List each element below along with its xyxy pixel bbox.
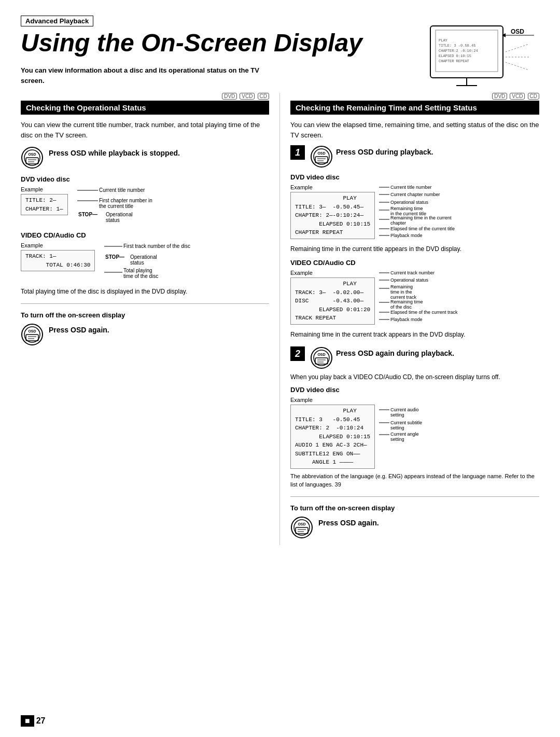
- svg-text:Playback mode: Playback mode: [390, 317, 423, 322]
- left-column: DVD VCD CD Checking the Operational Stat…: [21, 93, 280, 545]
- right-step2-dvd-note: The abbreviation of the language (e.g. E…: [290, 472, 539, 489]
- svg-rect-40: [26, 335, 38, 341]
- right-turn-off-text: Press OSD again.: [318, 516, 379, 529]
- svg-text:Playback mode: Playback mode: [390, 233, 423, 238]
- svg-text:of the disc: of the disc: [390, 304, 412, 310]
- svg-text:status: status: [130, 260, 144, 266]
- svg-text:Current chapter number: Current chapter number: [390, 192, 440, 197]
- left-dvd-display-area: Example TITLE: 2— CHAPTER: 1—: [21, 186, 68, 215]
- right-step2-text: Press OSD again during playback.: [336, 346, 454, 359]
- right-step1-container: 1 OSD Press OSD during playback.: [290, 145, 539, 168]
- svg-rect-98: [296, 527, 308, 534]
- right-column: DVD VCD CD Checking the Remaining Time a…: [280, 93, 539, 545]
- left-vcd-display-area: Example TRACK: 1— TOTAL 0:46:30: [21, 242, 95, 271]
- svg-text:Elapsed time of the current ti: Elapsed time of the current title: [390, 226, 455, 231]
- right-step2-dvd-display: PLAY TITLE: 3 -0.50.45 CHAPTER: 2 -0:10:…: [290, 405, 375, 469]
- right-step2-dvd-left: PLAY TITLE: 3 -0.50.45 CHAPTER: 2 -0:10:…: [290, 405, 375, 469]
- page-number: 27: [36, 716, 46, 726]
- right-step2-container: 2 OSD Press OSD again during playback.: [290, 346, 539, 369]
- svg-rect-46: [315, 157, 328, 163]
- svg-text:Remaining time in the current: Remaining time in the current: [390, 215, 452, 220]
- svg-text:CHAPTER REPEAT: CHAPTER REPEAT: [439, 59, 469, 63]
- svg-text:setting: setting: [390, 425, 404, 430]
- svg-text:the current title: the current title: [99, 203, 134, 209]
- right-step1-dvd-annotations: Current title number Current chapter num…: [379, 184, 470, 241]
- left-section-body: You can view the current title number, t…: [21, 120, 269, 140]
- right-section-title: Checking the Remaining Time and Setting …: [290, 101, 539, 115]
- left-vcd-annotations: First track number of the disc STOP— Ope…: [104, 242, 208, 283]
- osd-diagram: OSD PLAY TITLE: 3 -0.50.45 CHAPTER:2 -0:…: [425, 16, 539, 99]
- svg-text:Current angle: Current angle: [390, 432, 419, 437]
- left-divider: [21, 303, 269, 304]
- svg-text:chapter: chapter: [390, 220, 406, 226]
- step1-number: 1: [290, 145, 305, 160]
- osd-icon-right-turnoff: OSD: [290, 516, 313, 539]
- osd-icon-left-turnoff: OSD: [21, 323, 44, 346]
- right-step2-dvd-diagram: PLAY TITLE: 3 -0.50.45 CHAPTER: 2 -0:10:…: [290, 405, 539, 469]
- svg-rect-83: [315, 358, 328, 364]
- svg-text:time of the disc: time of the disc: [123, 273, 158, 279]
- svg-text:Elapsed time of the current tr: Elapsed time of the current track: [390, 310, 458, 315]
- left-vcd-display: TRACK: 1— TOTAL 0:46:30: [21, 250, 95, 271]
- step2-number: 2: [290, 346, 305, 361]
- left-step-text: Press OSD while playback is stopped.: [49, 146, 180, 159]
- svg-text:Current title number: Current title number: [390, 185, 432, 190]
- svg-text:OSD: OSD: [317, 353, 325, 356]
- svg-text:First track number of the disc: First track number of the disc: [123, 243, 190, 249]
- advanced-playback-tag: Advanced Playback: [21, 16, 93, 26]
- right-step1-vcd-desc: Remaining time in the current track appe…: [290, 330, 539, 339]
- right-step1-vcd-title: VIDEO CD/Audio CD: [290, 259, 539, 267]
- osd-icon-right-step2: OSD: [310, 346, 333, 369]
- page-number-container: ■ 27: [21, 715, 45, 727]
- left-turn-off-text: Press OSD again.: [49, 323, 109, 336]
- svg-text:Operational status: Operational status: [390, 277, 429, 283]
- svg-line-12: [506, 44, 529, 52]
- page-number-box: ■: [21, 715, 34, 727]
- svg-text:PLAY: PLAY: [439, 38, 448, 43]
- svg-text:Remaining time: Remaining time: [390, 206, 423, 211]
- right-step1-vcd-display: PLAY TRACK: 3— -0.02.00— DISC -0.43.00— …: [290, 277, 375, 325]
- svg-text:First chapter number in: First chapter number in: [99, 198, 152, 203]
- svg-text:OSD: OSD: [298, 522, 305, 526]
- left-vcd-diagram: Example TRACK: 1— TOTAL 0:46:30 First tr…: [21, 242, 269, 283]
- svg-text:Operational: Operational: [130, 254, 157, 260]
- right-step1-dvd-left: Example PLAY TITLE: 3— -0.50.45— CHAPTER…: [290, 184, 375, 241]
- svg-text:Remaining time: Remaining time: [390, 299, 423, 304]
- osd-icon-right-step1: OSD: [310, 145, 333, 168]
- left-dvd-diagram: Example TITLE: 2— CHAPTER: 1— Current ti…: [21, 186, 269, 224]
- left-dvd-annotations: Current title number First chapter numbe…: [77, 186, 181, 224]
- right-turn-off-title: To turn off the on-screen display: [290, 504, 539, 512]
- svg-text:OSD: OSD: [28, 152, 36, 156]
- right-step1-dvd-desc: Remaining time in the current title appe…: [290, 244, 539, 254]
- cd-badge-left: CD: [258, 93, 269, 100]
- right-step2-dvd-title: DVD video disc: [290, 386, 539, 394]
- right-step1-vcd-diagram: Example PLAY TRACK: 3— -0.02.00— DISC -0…: [290, 270, 539, 327]
- right-step1-dvd-display: PLAY TITLE: 3— -0.50.45— CHAPTER: 2—-0:1…: [290, 192, 375, 239]
- svg-text:CHAPTER:2 -0:10:24: CHAPTER:2 -0:10:24: [439, 49, 478, 53]
- left-disc-badges: DVD VCD CD: [21, 93, 269, 100]
- right-step2-dvd-example: Example: [290, 397, 539, 403]
- left-vcd-title: VIDEO CD/Audio CD: [21, 231, 269, 239]
- page: OSD PLAY TITLE: 3 -0.50.45 CHAPTER:2 -0:…: [0, 0, 560, 737]
- svg-text:ELAPSED 0:10:15: ELAPSED 0:10:15: [439, 54, 471, 58]
- right-step1-vcd-annotations: Current track number Operational status …: [379, 270, 470, 327]
- right-step1-dvd-title: DVD video disc: [290, 173, 539, 181]
- svg-text:Current title number: Current title number: [99, 187, 145, 193]
- svg-text:status: status: [106, 217, 120, 223]
- right-turn-off-instruction: OSD Press OSD again.: [290, 516, 539, 539]
- intro-text: You can view information about a disc an…: [21, 65, 270, 86]
- svg-text:Current audio: Current audio: [390, 407, 419, 412]
- svg-text:STOP—: STOP—: [78, 212, 97, 217]
- left-turn-off-title: To turn off the on-screen display: [21, 311, 269, 319]
- left-step-instruction: OSD Press OSD while playback is stopped.: [21, 146, 269, 169]
- right-step1-text: Press OSD during playback.: [336, 145, 433, 158]
- left-vcd-desc: Total playing time of the disc is displa…: [21, 287, 269, 296]
- right-divider: [290, 496, 539, 497]
- svg-text:time in the: time in the: [390, 289, 412, 295]
- svg-text:Remaining: Remaining: [390, 284, 413, 289]
- right-step1-dvd-example: Example: [290, 184, 375, 190]
- right-step2-desc: When you play back a VIDEO CD/Audio CD, …: [290, 372, 539, 382]
- left-dvd-title: DVD video disc: [21, 175, 269, 183]
- svg-text:Operational status: Operational status: [390, 200, 429, 205]
- svg-text:OSD: OSD: [511, 28, 524, 35]
